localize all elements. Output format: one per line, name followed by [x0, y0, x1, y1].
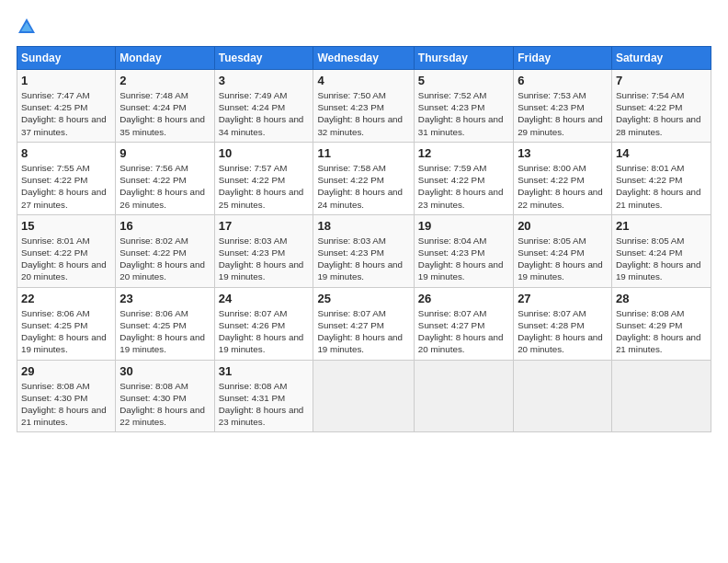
day-cell: 5Sunrise: 7:52 AMSunset: 4:23 PMDaylight…	[414, 70, 513, 143]
weekday-wednesday: Wednesday	[313, 47, 414, 70]
day-number: 11	[317, 146, 409, 160]
day-detail: Sunrise: 7:57 AMSunset: 4:22 PMDaylight:…	[219, 163, 304, 210]
day-number: 25	[317, 292, 409, 305]
day-cell: 26Sunrise: 8:07 AMSunset: 4:27 PMDayligh…	[414, 287, 513, 360]
day-cell: 2Sunrise: 7:48 AMSunset: 4:24 PMDaylight…	[116, 70, 214, 143]
weekday-friday: Friday	[514, 47, 612, 70]
day-cell: 4Sunrise: 7:50 AMSunset: 4:23 PMDaylight…	[313, 70, 414, 143]
page: SundayMondayTuesdayWednesdayThursdayFrid…	[0, 0, 728, 563]
day-number: 17	[219, 219, 310, 233]
weekday-monday: Monday	[116, 47, 214, 70]
day-number: 18	[317, 219, 409, 233]
day-number: 13	[518, 146, 608, 160]
day-number: 27	[518, 292, 608, 305]
day-number: 7	[616, 74, 707, 87]
day-cell: 3Sunrise: 7:49 AMSunset: 4:24 PMDaylight…	[214, 70, 313, 143]
weekday-header-row: SundayMondayTuesdayWednesdayThursdayFrid…	[17, 47, 711, 70]
day-number: 16	[119, 219, 210, 233]
day-detail: Sunrise: 8:05 AMSunset: 4:24 PMDaylight:…	[616, 236, 701, 282]
day-number: 1	[21, 74, 111, 87]
day-detail: Sunrise: 8:06 AMSunset: 4:25 PMDaylight:…	[119, 308, 205, 355]
day-number: 21	[616, 219, 707, 233]
day-number: 5	[418, 74, 509, 87]
day-detail: Sunrise: 7:53 AMSunset: 4:23 PMDaylight:…	[518, 90, 603, 137]
day-cell: 9Sunrise: 7:56 AMSunset: 4:22 PMDaylight…	[116, 142, 214, 214]
day-detail: Sunrise: 8:03 AMSunset: 4:23 PMDaylight:…	[219, 236, 304, 282]
week-row-2: 8Sunrise: 7:55 AMSunset: 4:22 PMDaylight…	[17, 142, 711, 214]
day-detail: Sunrise: 8:04 AMSunset: 4:23 PMDaylight:…	[418, 236, 504, 282]
day-number: 22	[21, 292, 111, 305]
day-detail: Sunrise: 7:50 AMSunset: 4:23 PMDaylight:…	[317, 90, 403, 137]
day-detail: Sunrise: 8:07 AMSunset: 4:26 PMDaylight:…	[219, 308, 304, 355]
week-row-4: 22Sunrise: 8:06 AMSunset: 4:25 PMDayligh…	[17, 287, 711, 360]
day-number: 12	[418, 146, 509, 160]
day-number: 6	[518, 74, 608, 87]
day-detail: Sunrise: 8:06 AMSunset: 4:25 PMDaylight:…	[21, 308, 107, 355]
day-number: 14	[616, 146, 707, 160]
day-cell: 29Sunrise: 8:08 AMSunset: 4:30 PMDayligh…	[17, 360, 116, 432]
day-detail: Sunrise: 8:01 AMSunset: 4:22 PMDaylight:…	[616, 163, 701, 210]
day-number: 30	[119, 364, 210, 378]
day-detail: Sunrise: 8:08 AMSunset: 4:30 PMDaylight:…	[21, 381, 107, 428]
day-cell: 11Sunrise: 7:58 AMSunset: 4:22 PMDayligh…	[313, 142, 414, 214]
logo-icon	[17, 17, 37, 37]
day-detail: Sunrise: 7:56 AMSunset: 4:22 PMDaylight:…	[119, 163, 205, 210]
day-detail: Sunrise: 8:01 AMSunset: 4:22 PMDaylight:…	[21, 236, 107, 282]
day-cell: 24Sunrise: 8:07 AMSunset: 4:26 PMDayligh…	[214, 287, 313, 360]
weekday-thursday: Thursday	[414, 47, 513, 70]
day-cell: 12Sunrise: 7:59 AMSunset: 4:22 PMDayligh…	[414, 142, 513, 214]
day-cell: 25Sunrise: 8:07 AMSunset: 4:27 PMDayligh…	[313, 287, 414, 360]
day-cell: 18Sunrise: 8:03 AMSunset: 4:23 PMDayligh…	[313, 214, 414, 287]
day-detail: Sunrise: 8:08 AMSunset: 4:30 PMDaylight:…	[119, 381, 205, 428]
calendar-table: SundayMondayTuesdayWednesdayThursdayFrid…	[17, 46, 711, 432]
day-cell	[514, 360, 612, 432]
logo	[17, 17, 40, 37]
day-cell	[611, 360, 711, 432]
day-cell: 7Sunrise: 7:54 AMSunset: 4:22 PMDaylight…	[611, 70, 711, 143]
day-cell: 19Sunrise: 8:04 AMSunset: 4:23 PMDayligh…	[414, 214, 513, 287]
day-number: 31	[219, 364, 310, 378]
day-detail: Sunrise: 7:48 AMSunset: 4:24 PMDaylight:…	[119, 90, 205, 137]
day-detail: Sunrise: 8:00 AMSunset: 4:22 PMDaylight:…	[518, 163, 603, 210]
day-detail: Sunrise: 8:07 AMSunset: 4:27 PMDaylight:…	[418, 308, 504, 355]
day-detail: Sunrise: 8:07 AMSunset: 4:27 PMDaylight:…	[317, 308, 403, 355]
day-detail: Sunrise: 7:55 AMSunset: 4:22 PMDaylight:…	[21, 163, 107, 210]
day-number: 20	[518, 219, 608, 233]
day-cell	[414, 360, 513, 432]
day-number: 9	[119, 146, 210, 160]
day-cell: 20Sunrise: 8:05 AMSunset: 4:24 PMDayligh…	[514, 214, 612, 287]
day-cell: 15Sunrise: 8:01 AMSunset: 4:22 PMDayligh…	[17, 214, 116, 287]
day-detail: Sunrise: 8:07 AMSunset: 4:28 PMDaylight:…	[518, 308, 603, 355]
day-detail: Sunrise: 7:49 AMSunset: 4:24 PMDaylight:…	[219, 90, 304, 137]
day-cell	[313, 360, 414, 432]
day-number: 4	[317, 74, 409, 87]
weekday-tuesday: Tuesday	[214, 47, 313, 70]
day-detail: Sunrise: 8:05 AMSunset: 4:24 PMDaylight:…	[518, 236, 603, 282]
day-cell: 22Sunrise: 8:06 AMSunset: 4:25 PMDayligh…	[17, 287, 116, 360]
day-detail: Sunrise: 7:59 AMSunset: 4:22 PMDaylight:…	[418, 163, 504, 210]
day-number: 24	[219, 292, 310, 305]
day-detail: Sunrise: 8:03 AMSunset: 4:23 PMDaylight:…	[317, 236, 403, 282]
day-number: 29	[21, 364, 111, 378]
day-cell: 28Sunrise: 8:08 AMSunset: 4:29 PMDayligh…	[611, 287, 711, 360]
weekday-sunday: Sunday	[17, 47, 116, 70]
day-number: 26	[418, 292, 509, 305]
day-detail: Sunrise: 7:47 AMSunset: 4:25 PMDaylight:…	[21, 90, 107, 137]
day-cell: 27Sunrise: 8:07 AMSunset: 4:28 PMDayligh…	[514, 287, 612, 360]
day-detail: Sunrise: 8:02 AMSunset: 4:22 PMDaylight:…	[119, 236, 205, 282]
day-cell: 30Sunrise: 8:08 AMSunset: 4:30 PMDayligh…	[116, 360, 214, 432]
week-row-3: 15Sunrise: 8:01 AMSunset: 4:22 PMDayligh…	[17, 214, 711, 287]
day-cell: 13Sunrise: 8:00 AMSunset: 4:22 PMDayligh…	[514, 142, 612, 214]
day-number: 15	[21, 219, 111, 233]
day-number: 28	[616, 292, 707, 305]
day-number: 8	[21, 146, 111, 160]
day-number: 3	[219, 74, 310, 87]
day-cell: 23Sunrise: 8:06 AMSunset: 4:25 PMDayligh…	[116, 287, 214, 360]
day-cell: 21Sunrise: 8:05 AMSunset: 4:24 PMDayligh…	[611, 214, 711, 287]
day-detail: Sunrise: 7:58 AMSunset: 4:22 PMDaylight:…	[317, 163, 403, 210]
day-cell: 8Sunrise: 7:55 AMSunset: 4:22 PMDaylight…	[17, 142, 116, 214]
day-detail: Sunrise: 8:08 AMSunset: 4:29 PMDaylight:…	[616, 308, 701, 355]
day-cell: 16Sunrise: 8:02 AMSunset: 4:22 PMDayligh…	[116, 214, 214, 287]
week-row-5: 29Sunrise: 8:08 AMSunset: 4:30 PMDayligh…	[17, 360, 711, 432]
day-detail: Sunrise: 7:54 AMSunset: 4:22 PMDaylight:…	[616, 90, 701, 137]
